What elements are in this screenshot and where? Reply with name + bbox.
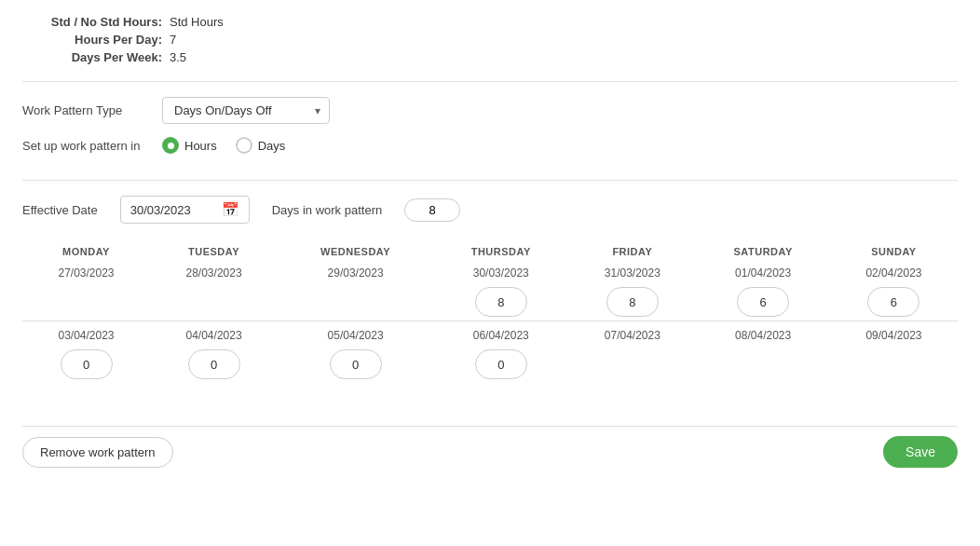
calendar-date-cell: 06/04/2023 xyxy=(433,321,568,347)
radio-days-label: Days xyxy=(258,139,286,153)
calendar-value-cell xyxy=(568,346,696,383)
calendar-table: MONDAY TUESDAY WEDNESDAY THURSDAY FRIDAY… xyxy=(22,239,958,383)
setup-work-pattern-row: Set up work pattern in Hours Days xyxy=(22,137,958,154)
value-box[interactable]: 6 xyxy=(867,287,919,317)
col-sunday: SUNDAY xyxy=(830,239,958,263)
days-per-week-label: Days Per Week: xyxy=(22,50,162,64)
calendar-date-cell: 31/03/2023 xyxy=(568,263,696,283)
value-box[interactable]: 0 xyxy=(61,349,113,379)
calendar-value-cell[interactable]: 8 xyxy=(433,283,568,321)
calendar-value-cell xyxy=(278,283,433,321)
radio-hours-label: Hours xyxy=(184,139,217,153)
value-box[interactable]: 0 xyxy=(475,349,527,379)
calendar-date-cell: 03/04/2023 xyxy=(22,321,150,347)
col-wednesday: WEDNESDAY xyxy=(278,239,433,263)
radio-hours-item[interactable]: Hours xyxy=(162,137,217,154)
hours-per-day-label: Hours Per Day: xyxy=(22,33,162,47)
calendar-date-cell: 28/03/2023 xyxy=(150,263,278,283)
calendar-value-cell[interactable]: 8 xyxy=(568,283,696,321)
col-monday: MONDAY xyxy=(22,239,150,263)
date-row: Effective Date 📅 Days in work pattern xyxy=(22,196,958,224)
radio-days-circle xyxy=(236,137,252,154)
col-thursday: THURSDAY xyxy=(433,239,568,263)
value-box[interactable]: 8 xyxy=(606,287,659,317)
days-in-pattern-input[interactable] xyxy=(404,198,460,222)
radio-group: Hours Days xyxy=(162,137,285,154)
days-per-week-row: Days Per Week: 3.5 xyxy=(22,50,958,64)
footer: Remove work pattern Save xyxy=(22,426,958,468)
calendar-value-cell[interactable]: 6 xyxy=(830,283,958,321)
calendar-date-cell: 04/04/2023 xyxy=(150,321,278,347)
remove-work-pattern-button[interactable]: Remove work pattern xyxy=(22,437,173,468)
calendar-value-cell[interactable]: 0 xyxy=(150,346,278,383)
std-hours-row: Std / No Std Hours: Std Hours xyxy=(22,15,958,29)
calendar-date-cell: 01/04/2023 xyxy=(696,263,830,283)
col-tuesday: TUESDAY xyxy=(150,239,278,263)
calendar-date-cell: 02/04/2023 xyxy=(830,263,958,283)
info-section: Std / No Std Hours: Std Hours Hours Per … xyxy=(22,15,958,82)
days-per-week-value: 3.5 xyxy=(170,50,186,64)
radio-days-item[interactable]: Days xyxy=(236,137,286,154)
effective-date-input[interactable] xyxy=(130,203,214,217)
calendar-value-cell xyxy=(22,283,150,321)
days-in-pattern-label: Days in work pattern xyxy=(272,203,383,217)
std-hours-value: Std Hours xyxy=(170,15,224,29)
calendar-value-cell[interactable]: 0 xyxy=(433,346,568,383)
std-hours-label: Std / No Std Hours: xyxy=(22,15,162,29)
calendar-value-cell[interactable]: 0 xyxy=(22,346,150,383)
work-pattern-type-row: Work Pattern Type Days On/Days Off Fixed… xyxy=(22,97,958,124)
value-box[interactable]: 6 xyxy=(737,287,789,317)
calendar-date-cell: 05/04/2023 xyxy=(278,321,433,347)
work-pattern-type-select-wrapper: Days On/Days Off Fixed Rotating ▾ xyxy=(162,97,330,124)
effective-date-wrapper[interactable]: 📅 xyxy=(120,196,250,224)
calendar-date-cell: 29/03/2023 xyxy=(278,263,433,283)
hours-per-day-value: 7 xyxy=(170,33,176,47)
calendar-date-cell: 08/04/2023 xyxy=(696,321,830,347)
calendar-date-cell: 09/04/2023 xyxy=(830,321,958,347)
col-saturday: SATURDAY xyxy=(696,239,830,263)
calendar-date-cell: 27/03/2023 xyxy=(22,263,150,283)
calendar-value-cell xyxy=(150,283,278,321)
page-container: Std / No Std Hours: Std Hours Hours Per … xyxy=(0,0,980,483)
date-section: Effective Date 📅 Days in work pattern MO… xyxy=(22,196,958,411)
effective-date-label: Effective Date xyxy=(22,203,98,217)
col-friday: FRIDAY xyxy=(568,239,696,263)
save-button[interactable]: Save xyxy=(883,436,958,468)
calendar-value-cell[interactable]: 0 xyxy=(278,346,433,383)
form-section: Work Pattern Type Days On/Days Off Fixed… xyxy=(22,97,958,181)
calendar-header-row: MONDAY TUESDAY WEDNESDAY THURSDAY FRIDAY… xyxy=(22,239,958,263)
value-box[interactable]: 8 xyxy=(475,287,527,317)
value-box[interactable]: 0 xyxy=(330,349,382,379)
radio-hours-circle xyxy=(162,137,179,154)
setup-label: Set up work pattern in xyxy=(22,139,162,153)
calendar-value-cell xyxy=(830,346,958,383)
work-pattern-type-label: Work Pattern Type xyxy=(22,103,162,117)
calendar-value-cell[interactable]: 6 xyxy=(696,283,830,321)
hours-per-day-row: Hours Per Day: 7 xyxy=(22,33,958,47)
calendar-icon[interactable]: 📅 xyxy=(222,201,239,218)
value-box[interactable]: 0 xyxy=(188,349,240,379)
calendar-value-cell xyxy=(696,346,830,383)
calendar-date-cell: 30/03/2023 xyxy=(433,263,568,283)
work-pattern-type-select[interactable]: Days On/Days Off Fixed Rotating xyxy=(162,97,330,124)
calendar-date-cell: 07/04/2023 xyxy=(568,321,696,347)
